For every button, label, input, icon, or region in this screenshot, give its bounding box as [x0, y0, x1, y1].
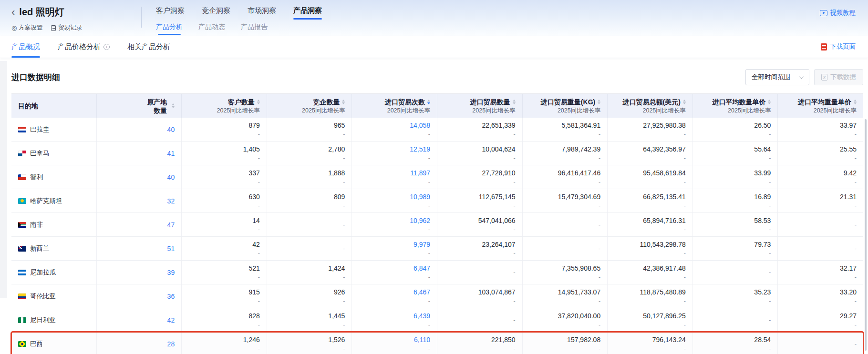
col-header-label: 进口贸易数量: [470, 98, 516, 106]
header-left: ‹ led 照明灯 ◎ 方案设置 贸易记录: [11, 0, 141, 36]
sort-arrows-icon[interactable]: [598, 100, 600, 105]
sub-tab-product-analysis[interactable]: 产品分析: [156, 23, 183, 35]
trade-times-link[interactable]: 6,467: [413, 288, 430, 296]
value-cell: 521-: [182, 261, 267, 284]
value-cell: 7,355,908.65-: [523, 261, 608, 284]
top-tab-product-insight[interactable]: 产品洞察: [293, 6, 322, 20]
time-range-select[interactable]: 全部时间范围: [745, 69, 809, 85]
scheme-settings-link[interactable]: ◎ 方案设置: [11, 24, 42, 32]
trade-times-link[interactable]: 6,110: [414, 336, 430, 344]
sub-tab-product-dynamics[interactable]: 产品动态: [198, 23, 225, 35]
growth-value: -: [684, 179, 686, 185]
col-header-avg-weight-price[interactable]: 进口平均重量单价2025同比增长率: [778, 94, 863, 118]
trade-times-link[interactable]: 9,979: [413, 241, 430, 248]
col-header-growth-label: 2025同比增长率: [558, 107, 600, 114]
country-name: 尼日利亚: [30, 316, 56, 324]
value-cell: 965-: [267, 118, 352, 141]
value-cell: -: [267, 237, 352, 260]
col-header-customer-count[interactable]: 客户数量2025同比增长率: [182, 94, 267, 118]
col-header-import-trade-times[interactable]: 进口贸易次数2025同比增长率: [352, 94, 437, 118]
download-data-label: 下载数据: [830, 73, 856, 81]
value-cell: 809-: [267, 189, 352, 212]
growth-value: -: [258, 322, 260, 328]
origin-count-link[interactable]: 51: [167, 245, 175, 253]
top-tab-customer-insight[interactable]: 客户洞察: [156, 6, 185, 20]
cell-value: 66,825,135.41: [643, 193, 686, 201]
trade-times-link[interactable]: 12,519: [410, 145, 430, 153]
origin-count-link[interactable]: 47: [167, 221, 175, 229]
left-edge-strip: [0, 61, 7, 298]
back-button[interactable]: ‹: [11, 8, 15, 17]
country-name: 哥伦比亚: [30, 292, 56, 301]
col-header-import-trade-amount[interactable]: 进口贸易总额(美元)2025同比增长率: [608, 94, 693, 118]
sort-up-icon: [172, 103, 175, 105]
value-cell: 50,127,896.25-: [608, 308, 693, 332]
top-tab-competitor-insight[interactable]: 竞企洞察: [202, 6, 230, 20]
col-header-avg-qty-price[interactable]: 进口平均数量单价2025同比增长率: [693, 94, 778, 118]
destination-cell: 哈萨克斯坦: [11, 189, 97, 212]
col-header-origin-count[interactable]: 原产地数量: [97, 94, 182, 118]
sort-arrows-icon[interactable]: [854, 100, 857, 105]
origin-count-link[interactable]: 40: [167, 126, 175, 133]
sort-arrows-icon[interactable]: [683, 100, 686, 105]
value-cell: 110,543,298.78-: [608, 237, 693, 260]
growth-value: -: [769, 226, 771, 233]
origin-count-link[interactable]: 40: [167, 173, 175, 181]
page-tab-product-overview[interactable]: 产品概况: [11, 36, 40, 58]
col-header-import-trade-weight[interactable]: 进口贸易重量(KG)2025同比增长率: [523, 94, 608, 118]
origin-count-cell: 41: [97, 142, 182, 165]
value-cell: -: [267, 213, 352, 236]
trade-times-link[interactable]: 6,439: [413, 312, 430, 320]
sort-arrows-icon[interactable]: [768, 100, 771, 105]
value-cell: 6,467-: [352, 284, 437, 308]
value-cell: 1,526-: [267, 332, 352, 354]
col-header-growth-label: 2025同比增长率: [728, 107, 771, 114]
col-header-label: 竞企数量: [313, 98, 345, 106]
top-tab-market-insight[interactable]: 市场洞察: [248, 6, 276, 20]
sort-arrows-icon[interactable]: [172, 103, 175, 109]
cell-value: 157,982.08: [567, 336, 600, 344]
growth-value: -: [684, 155, 686, 162]
growth-value: -: [258, 202, 260, 209]
sort-arrows-icon[interactable]: [342, 100, 345, 105]
growth-value: -: [428, 322, 430, 328]
import-data-table: 目的地原产地数量客户数量2025同比增长率竞企数量2025同比增长率进口贸易次数…: [11, 93, 863, 354]
empty-value: -: [513, 269, 515, 276]
origin-count-link[interactable]: 28: [167, 340, 175, 348]
destination-cell: 尼加拉瓜: [11, 261, 97, 284]
table-row: 哈萨克斯坦32630-809-10,989-112,675,145-15,479…: [11, 189, 863, 213]
col-header-competitor-count[interactable]: 竞企数量2025同比增长率: [267, 94, 352, 118]
sub-tab-product-report[interactable]: 产品报告: [241, 23, 268, 35]
trade-times-link[interactable]: 10,989: [410, 193, 430, 201]
vertical-scrollbar[interactable]: [865, 119, 867, 351]
cell-value: 547,041,066: [478, 217, 516, 224]
growth-value: -: [513, 250, 515, 257]
nicaragua-flag-icon: [18, 270, 26, 275]
page-tab-product-price-analysis[interactable]: 产品价格分析i: [58, 36, 110, 58]
origin-count-link[interactable]: 36: [167, 293, 175, 300]
video-tutorial-link[interactable]: 视频教程: [820, 9, 856, 17]
col-header-growth-label: 2025同比增长率: [387, 107, 430, 114]
trade-times-link[interactable]: 10,962: [410, 217, 430, 224]
empty-value: -: [855, 245, 857, 252]
download-page-link[interactable]: 下载页面: [821, 36, 856, 58]
sort-arrows-icon[interactable]: [257, 100, 260, 105]
cell-value: 630: [248, 193, 259, 201]
origin-count-link[interactable]: 39: [167, 269, 175, 276]
origin-count-link[interactable]: 42: [167, 316, 175, 324]
trade-times-link[interactable]: 14,058: [410, 121, 430, 129]
page-tab-related-product-analysis[interactable]: 相关产品分析: [127, 36, 170, 58]
growth-value: -: [428, 155, 430, 162]
sort-arrows-icon[interactable]: [427, 100, 430, 105]
sort-arrows-icon[interactable]: [513, 100, 516, 105]
trade-times-link[interactable]: 6,847: [413, 264, 430, 272]
origin-count-link[interactable]: 32: [167, 197, 175, 205]
main-content: 进口数据明细 全部时间范围 下载数据 目的地原产地数量客户数量2025同比增长率…: [0, 58, 868, 354]
col-header-import-trade-qty[interactable]: 进口贸易数量2025同比增长率: [437, 94, 523, 118]
trade-records-link[interactable]: 贸易记录: [51, 24, 82, 32]
trade-times-link[interactable]: 11,897: [410, 169, 430, 177]
origin-count-link[interactable]: 41: [167, 150, 175, 157]
download-data-button[interactable]: 下载数据: [814, 69, 863, 85]
origin-count-cell: 39: [97, 261, 182, 284]
excel-icon: [821, 74, 827, 81]
